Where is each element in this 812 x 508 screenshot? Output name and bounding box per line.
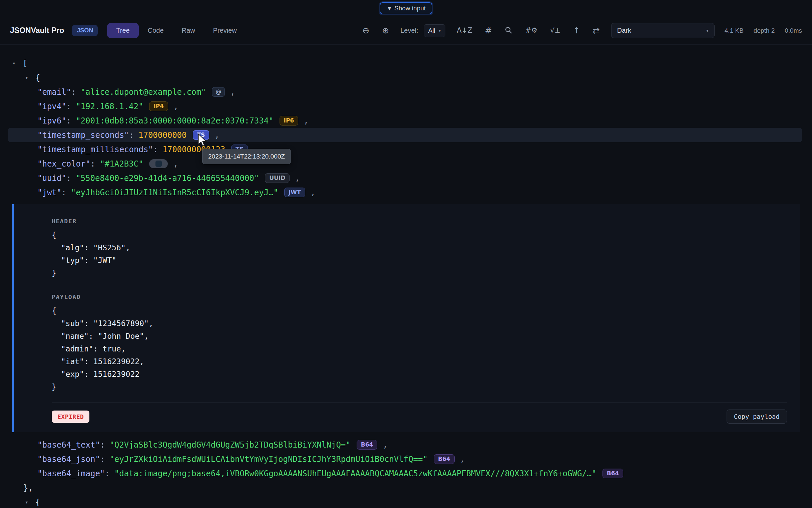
jwt-payload-line: "name": "John Doe", (52, 330, 787, 342)
chevron-down-icon: ▾ (706, 28, 709, 33)
copy-payload-button[interactable]: Copy payload (727, 410, 787, 424)
color-swatch-pill[interactable] (149, 159, 168, 168)
json-key[interactable]: "base64_image" (37, 469, 105, 478)
json-key[interactable]: "base64_json" (37, 455, 100, 464)
toolbar-left: JSONVault Pro JSON Tree Code Raw Preview (10, 23, 246, 38)
stat-depth: depth 2 (754, 27, 775, 34)
json-value[interactable]: 1700000000 (138, 130, 187, 140)
array-open-bracket: [ (23, 59, 27, 68)
row-email-1: "email":"alice.dupont@example.com"@, (0, 85, 812, 99)
json-value[interactable]: "192.168.1.42" (76, 102, 143, 111)
row-ipv6-1: "ipv6":"2001:0db8:85a3:0000:0000:8a2e:03… (0, 114, 812, 128)
toolbar: JSONVault Pro JSON Tree Code Raw Preview… (0, 17, 812, 45)
json-key[interactable]: "email" (37, 87, 71, 97)
row-ipv4-1: "ipv4":"192.168.1.42"IP4, (0, 99, 812, 114)
ip6-badge[interactable]: IP6 (279, 116, 299, 126)
json-key[interactable]: "jwt" (37, 188, 61, 197)
level-select[interactable]: All ▾ (424, 25, 446, 37)
row-uuid: "uuid":"550e8400-e29b-41d4-a716-44665544… (0, 171, 812, 185)
row-timestamp-seconds: "timestamp_seconds":1700000000TS, (8, 128, 802, 142)
topbar: ▼ Show input (0, 0, 812, 17)
hash-icon[interactable]: # (484, 25, 493, 36)
tab-code[interactable]: Code (139, 23, 173, 38)
b64-badge[interactable]: B64 (602, 469, 624, 478)
json-key[interactable]: "base64_text" (37, 440, 100, 450)
jwt-decode-panel: HEADER { "alg": "HS256", "typ": "JWT" } … (12, 204, 800, 432)
level-label: Level: (400, 27, 418, 34)
stat-time: 0.0ms (785, 27, 802, 34)
json-key[interactable]: "hex_color" (37, 159, 90, 169)
row-timestamp-milliseconds: "timestamp_milliseconds":1700000000123TS… (0, 142, 812, 157)
json-value[interactable]: "#1A2B3C" (100, 159, 143, 169)
jwt-header-line: { (52, 228, 787, 241)
jwt-payload-line: } (52, 381, 787, 393)
hash-settings-icon[interactable]: #⚙ (524, 26, 538, 35)
json-value[interactable]: "data:image/png;base64,iVBORw0KGgoAAAANS… (115, 469, 596, 478)
jwt-header-line: "typ": "JWT" (52, 254, 787, 267)
expired-status-badge: EXPIRED (52, 411, 89, 423)
collapse-all-icon[interactable]: ⊖ (361, 25, 371, 36)
row-hex-color: "hex_color":"#1A2B3C", (0, 157, 812, 171)
jwt-payload-line: "exp": 1516239022 (52, 368, 787, 381)
format-badge: JSON (72, 25, 98, 36)
row-object-open-2: ▾{ (0, 495, 812, 508)
expand-all-icon[interactable]: ⊕ (380, 25, 390, 36)
jwt-payload-line: { (52, 304, 787, 317)
json-value[interactable]: "Q2VjaSBlc3QgdW4gdGV4dGUgZW5jb2TDqSBlbiB… (109, 440, 350, 450)
sort-az-icon[interactable]: A↓Z (455, 26, 473, 35)
ip4-badge[interactable]: IP4 (149, 101, 168, 111)
jwt-badge[interactable]: JWT (284, 187, 305, 197)
row-base64-json: "base64_json":"eyJrZXkiOiAidmFsdWUiLCAib… (0, 452, 812, 466)
caret-icon[interactable]: ▾ (25, 499, 31, 505)
jwt-payload-line: "iat": 1516239022, (52, 355, 787, 368)
json-key[interactable]: "timestamp_seconds" (37, 130, 129, 140)
tab-tree[interactable]: Tree (107, 23, 138, 38)
chevron-down-icon: ▾ (439, 28, 441, 33)
object-open-brace: { (35, 498, 40, 507)
json-key[interactable]: "ipv4" (37, 102, 66, 111)
uuid-badge[interactable]: UUID (265, 173, 289, 183)
color-swatch (155, 161, 162, 167)
object-close-brace: }, (24, 483, 33, 493)
jwt-payload-label: PAYLOAD (52, 293, 787, 300)
b64-badge[interactable]: B64 (434, 454, 455, 464)
swap-icon[interactable]: ⇄ (591, 25, 601, 36)
tab-raw[interactable]: Raw (173, 23, 204, 38)
json-value[interactable]: "alice.dupont@example.com" (81, 87, 206, 97)
row-object-open-1: ▾{ (0, 71, 812, 85)
theme-value: Dark (617, 27, 631, 34)
level-value: All (428, 27, 435, 34)
show-input-button[interactable]: ▼ Show input (380, 2, 432, 14)
json-value[interactable]: "eyJhbGciOiJIUzI1NiIsInR5cCI6IkpXVCJ9.ey… (71, 188, 278, 197)
row-object-close-1: }, (0, 481, 812, 495)
json-key[interactable]: "uuid" (37, 174, 66, 183)
json-key[interactable]: "ipv6" (37, 116, 66, 126)
json-key[interactable]: "timestamp_milliseconds" (37, 145, 153, 154)
theme-select[interactable]: Dark ▾ (611, 23, 715, 38)
stat-size: 4.1 KB (725, 27, 743, 34)
jwt-panel-footer: EXPIRED Copy payload (52, 403, 787, 432)
json-value[interactable]: "eyJrZXkiOiAidmFsdWUiLCAibnVtYmVyIjogNDI… (109, 455, 428, 464)
scroll-top-icon[interactable]: ↑ (572, 25, 582, 36)
toolbar-right: ⊖ ⊕ Level: All ▾ A↓Z # #⚙ √± ↑ ⇄ Dark ▾ … (361, 23, 802, 38)
timestamp-tooltip: 2023-11-14T22:13:20.000Z (202, 149, 291, 164)
json-value[interactable]: "550e8400-e29b-41d4-a716-446655440000" (76, 174, 259, 183)
json-value[interactable]: "2001:0db8:85a3:0000:0000:8a2e:0370:7334… (76, 116, 273, 126)
json-tree: ▾[ ▾{ "email":"alice.dupont@example.com"… (0, 45, 812, 508)
b64-badge[interactable]: B64 (357, 440, 378, 450)
search-icon[interactable] (503, 25, 514, 37)
jwt-payload-line: "admin": true, (52, 342, 787, 355)
app-title: JSONVault Pro (10, 26, 64, 35)
math-icon[interactable]: √± (549, 26, 562, 35)
caret-icon[interactable]: ▾ (12, 60, 18, 67)
caret-icon[interactable]: ▾ (25, 75, 31, 81)
row-jwt: "jwt":"eyJhbGciOiJIUzI1NiIsInR5cCI6IkpXV… (0, 185, 812, 200)
email-at-badge[interactable]: @ (212, 87, 225, 97)
row-base64-image: "base64_image":"data:image/png;base64,iV… (0, 466, 812, 481)
jwt-payload-line: "sub": "1234567890", (52, 317, 787, 330)
jwt-header-label: HEADER (52, 218, 787, 225)
ts-badge-hovered[interactable]: TS (193, 130, 210, 140)
tab-preview[interactable]: Preview (204, 23, 246, 38)
row-base64-text: "base64_text":"Q2VjaSBlc3QgdW4gdGV4dGUgZ… (0, 437, 812, 452)
object-open-brace: { (35, 73, 40, 82)
